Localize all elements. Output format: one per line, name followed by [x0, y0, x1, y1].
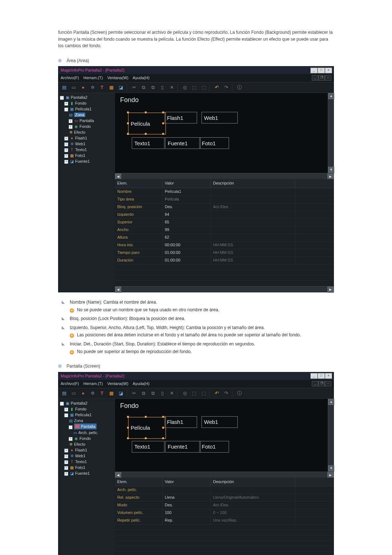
tool-paste-icon[interactable]: ⧉: [148, 389, 157, 397]
window-close-button[interactable]: ×: [325, 373, 332, 379]
tool-undo-icon[interactable]: ↶: [212, 84, 221, 92]
canvas-box-fuente1[interactable]: Fuente1: [165, 441, 201, 453]
tree-item[interactable]: +◪Fuente1: [60, 158, 114, 164]
mdi-max-button[interactable]: ❐: [318, 381, 325, 386]
scroll-up-icon[interactable]: ▲: [328, 93, 334, 99]
tool-sendback-icon[interactable]: ⬚: [199, 389, 208, 397]
tree-item-selected[interactable]: -Pantalla: [60, 424, 114, 430]
grid-row[interactable]: Ancho99: [115, 226, 334, 234]
window-min-button[interactable]: _: [310, 68, 318, 73]
canvas-box-pelicula[interactable]: Película: [128, 113, 166, 134]
tool-paste-icon[interactable]: ⧉: [148, 84, 157, 92]
window-max-button[interactable]: □: [318, 68, 325, 73]
canvas-box-foto1[interactable]: Foto1: [199, 441, 229, 453]
tool-monitor-icon[interactable]: ▭: [69, 84, 78, 92]
grid-row[interactable]: Arch. pelíc.: [115, 486, 334, 494]
grid-row[interactable]: Rel. aspectoLlenaLlena/Original/Automáti…: [115, 494, 334, 502]
layout-canvas[interactable]: Fondo Película Flash1 Web1 Texto1 Fuente…: [115, 399, 334, 472]
tree-item[interactable]: +✲Web1: [60, 141, 114, 147]
tool-delete-icon[interactable]: ✕: [167, 84, 176, 92]
tree-item[interactable]: -▣Pantalla2: [60, 400, 114, 406]
grid-row[interactable]: Superior65: [115, 219, 334, 226]
tool-text-icon[interactable]: T: [98, 389, 106, 397]
tree-item[interactable]: ▭Arch. pelíc.: [60, 430, 114, 436]
grid-row[interactable]: Hora inic.00:00:00HH:MM:SS: [115, 242, 334, 249]
tool-gear-icon[interactable]: ✲: [88, 84, 97, 92]
tool-cut-icon[interactable]: ✂: [130, 84, 138, 92]
tree-item[interactable]: +▦Foto1: [60, 465, 114, 470]
menu-help[interactable]: Ayuda(H): [133, 381, 150, 387]
tree-item[interactable]: -▣Pantalla2: [60, 94, 114, 100]
scrollbar-horizontal[interactable]: ◀ ▶: [115, 472, 334, 478]
tool-layout-icon[interactable]: ▤: [60, 389, 69, 397]
tool-record-icon[interactable]: ●: [79, 84, 87, 92]
tree-item[interactable]: +◪Fuente1: [60, 470, 114, 476]
tree-item[interactable]: +▭Pantalla: [60, 118, 114, 123]
tool-bringfront-icon[interactable]: ⬚: [190, 389, 199, 397]
tool-copy-icon[interactable]: ⧉: [139, 389, 148, 397]
canvas-box-pelicula[interactable]: Película: [128, 417, 166, 439]
tree-item[interactable]: -▦Película1: [60, 412, 114, 418]
tool-bringfront-icon[interactable]: ⬚: [190, 84, 199, 92]
tree-item[interactable]: -▦Película1: [60, 106, 114, 112]
tool-source-icon[interactable]: ◪: [117, 84, 125, 92]
window-close-button[interactable]: ×: [325, 68, 332, 73]
canvas-box-flash1[interactable]: Flash1: [164, 112, 197, 123]
grid-row[interactable]: Tiempo paro01:00:00HH:MM:SS: [115, 249, 334, 257]
tree-item[interactable]: +●Flash1: [60, 447, 114, 453]
tool-photo-icon[interactable]: ▦: [107, 389, 116, 397]
tool-record-icon[interactable]: ●: [79, 389, 87, 397]
menu-file[interactable]: Archivo(F): [61, 75, 79, 81]
tree-item[interactable]: +▮Fondo: [60, 100, 114, 106]
canvas-box-texto1[interactable]: Texto1: [132, 441, 164, 453]
scrollbar-horizontal[interactable]: ◀ ▶: [115, 173, 334, 179]
grid-row[interactable]: NombrePelícula1: [115, 188, 334, 196]
tool-redo-icon[interactable]: ↷: [222, 84, 230, 92]
tool-info-icon[interactable]: ⓘ: [235, 84, 244, 92]
menu-window[interactable]: Ventana(W): [107, 381, 128, 387]
scrollbar-vertical[interactable]: ▲ ▼: [328, 93, 334, 173]
tool-copy-icon[interactable]: ⧉: [139, 84, 148, 92]
mdi-max-button[interactable]: ❐: [318, 75, 325, 81]
canvas-box-web1[interactable]: Web1: [201, 112, 238, 123]
mdi-min-button[interactable]: _: [312, 381, 318, 386]
tree-item[interactable]: +◉Fondo: [60, 123, 114, 129]
mdi-close-button[interactable]: ×: [325, 381, 331, 386]
tool-clipboard-icon[interactable]: ▯: [158, 84, 167, 92]
canvas-box-fuente1[interactable]: Fuente1: [165, 137, 201, 149]
tree-item[interactable]: +▮Fondo: [60, 406, 114, 412]
tool-text-icon[interactable]: T: [98, 84, 106, 92]
scroll-right-icon[interactable]: ▶: [327, 287, 334, 293]
tree-item[interactable]: +●Flash1: [60, 135, 114, 141]
mdi-close-button[interactable]: ×: [325, 75, 331, 81]
tool-delete-icon[interactable]: ✕: [167, 389, 176, 397]
tree-item[interactable]: +TTexto1: [60, 459, 114, 465]
tool-sendback-icon[interactable]: ⬚: [199, 84, 208, 92]
scroll-down-icon[interactable]: ▼: [328, 167, 334, 173]
canvas-box-texto1[interactable]: Texto1: [132, 137, 164, 149]
menu-tools[interactable]: Herram.(T): [83, 381, 103, 387]
tool-target-icon[interactable]: ◎: [180, 84, 189, 92]
grid-scrollbar[interactable]: ◀ ▶: [115, 286, 334, 292]
scroll-up-icon[interactable]: ▲: [328, 399, 334, 405]
tool-target-icon[interactable]: ◎: [180, 389, 189, 397]
tree-item[interactable]: +TTexto1: [60, 147, 114, 153]
tool-layout-icon[interactable]: ▤: [60, 84, 69, 92]
tree-item[interactable]: +◉Fondo: [60, 436, 114, 441]
tree-item-selected[interactable]: ▤Zona: [60, 112, 114, 118]
tree-item[interactable]: +✲Web1: [60, 453, 114, 459]
grid-row[interactable]: Tipo áreaPelícula: [115, 196, 334, 203]
menu-tools[interactable]: Herram.(T): [83, 75, 103, 81]
tree-item[interactable]: ✲Efecto: [60, 129, 114, 135]
window-max-button[interactable]: □: [318, 373, 325, 379]
menu-help[interactable]: Ayuda(H): [133, 75, 150, 81]
scrollbar-vertical[interactable]: ▲ ▼: [328, 399, 334, 471]
menu-window[interactable]: Ventana(W): [107, 75, 128, 81]
layout-canvas[interactable]: Fondo Película Flash1 Web1 Texto1 Fuente…: [115, 93, 334, 173]
tool-photo-icon[interactable]: ▦: [107, 84, 116, 92]
tool-clipboard-icon[interactable]: ▯: [158, 389, 167, 397]
grid-row[interactable]: Altura62: [115, 234, 334, 242]
tool-info-icon[interactable]: ⓘ: [235, 389, 244, 397]
grid-row[interactable]: Duración01:00:00HH:MM:SS: [115, 257, 334, 264]
tool-monitor-icon[interactable]: ▭: [69, 389, 78, 397]
